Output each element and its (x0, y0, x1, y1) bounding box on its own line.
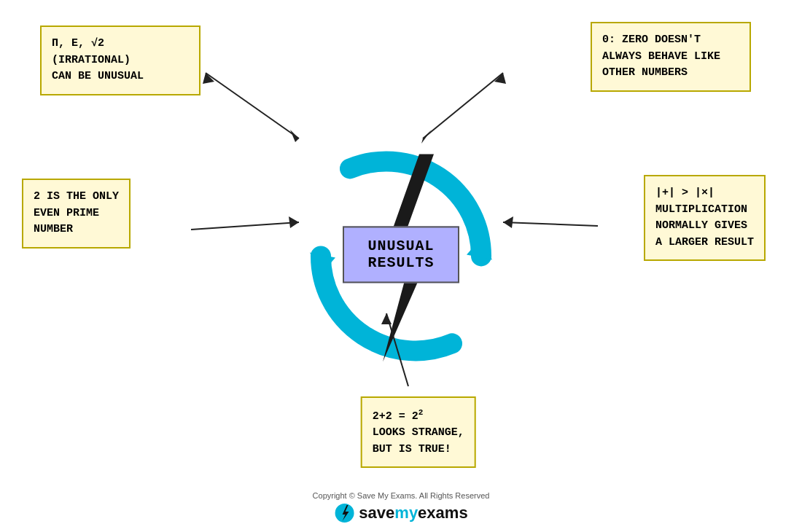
card-mid-left: 2 IS THE ONLYEVEN PRIMENUMBER (22, 179, 131, 249)
card-top-right: 0: ZERO DOESN'T ALWAYS BEHAVE LIKE OTHER… (591, 22, 751, 92)
svg-line-6 (423, 73, 503, 138)
card-top-right-text: 0: ZERO DOESN'T ALWAYS BEHAVE LIKE OTHER… (602, 34, 720, 79)
brand-bolt-icon (334, 503, 354, 523)
footer: Copyright © Save My Exams. All Rights Re… (313, 491, 490, 523)
center-label-line2: RESULTS (367, 254, 434, 271)
brand-my-text: my (394, 504, 418, 522)
brand-name: savemyexams (359, 504, 467, 523)
card-top-left-text: π, e, √2 (IRRATIONAL)CAN BE UNUSUAL (52, 37, 144, 82)
card-mid-left-text: 2 IS THE ONLYEVEN PRIMENUMBER (34, 190, 119, 235)
main-container: UNUSUAL RESULTS π, e, √2 (IRRATIONAL)CAN… (0, 0, 802, 532)
card-mid-right: |+| > |×|MULTIPLICATIONNORMALLY GIVESA L… (644, 175, 766, 261)
card-bottom: 2+2 = 22LOOKS STRANGE,BUT IS TRUE! (361, 396, 476, 469)
center-label-line1: UNUSUAL (367, 238, 434, 254)
card-bottom-text: 2+2 = 22LOOKS STRANGE,BUT IS TRUE! (373, 410, 464, 455)
svg-line-3 (206, 73, 299, 138)
brand-logo: savemyexams (313, 503, 490, 523)
svg-marker-5 (203, 73, 214, 84)
copyright-text: Copyright © Save My Exams. All Rights Re… (313, 491, 490, 500)
card-top-left: π, e, √2 (IRRATIONAL)CAN BE UNUSUAL (40, 26, 200, 95)
svg-marker-8 (494, 73, 506, 84)
center-label-box: UNUSUAL RESULTS (343, 226, 459, 283)
card-mid-right-text: |+| > |×|MULTIPLICATIONNORMALLY GIVESA L… (655, 187, 754, 249)
